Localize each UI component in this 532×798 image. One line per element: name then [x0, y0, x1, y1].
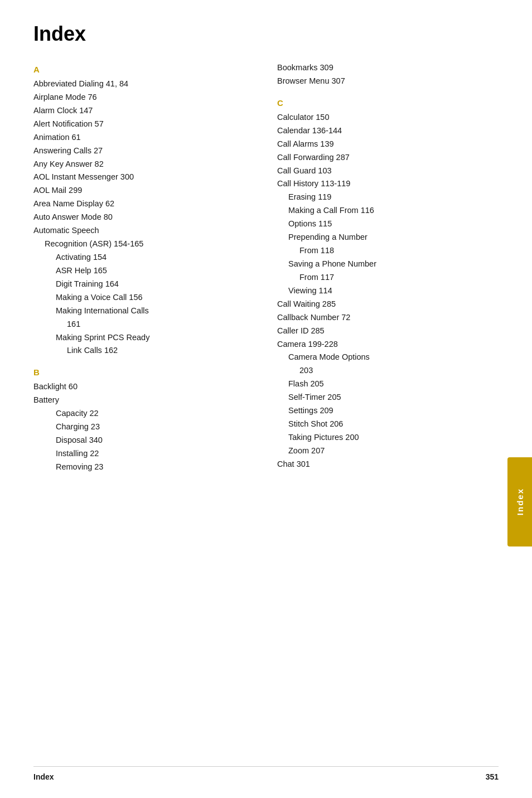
- page-title: Index: [33, 22, 499, 46]
- index-entry: Installing 22: [33, 447, 255, 461]
- index-entry: Call History 113-119: [277, 177, 499, 191]
- index-entry: 203: [277, 364, 499, 378]
- section-letter-a: A: [33, 65, 255, 74]
- index-entry: Digit Training 164: [33, 278, 255, 291]
- index-entry: Any Key Answer 82: [33, 158, 255, 171]
- index-entry: From 118: [277, 244, 499, 258]
- index-entry: Area Name Display 62: [33, 197, 255, 211]
- index-entry: Saving a Phone Number: [277, 258, 499, 271]
- index-entry: Viewing 114: [277, 284, 499, 298]
- two-column-layout: AAbbreviated Dialing 41, 84Airplane Mode…: [33, 61, 499, 484]
- section-block-c: CCalculator 150Calendar 136-144Call Alar…: [277, 98, 499, 471]
- index-entry: Disposal 340: [33, 434, 255, 447]
- index-entry: Camera Mode Options: [277, 351, 499, 364]
- index-entry: Making International Calls: [33, 304, 255, 318]
- page-container: Index AAbbreviated Dialing 41, 84Airplan…: [0, 0, 532, 798]
- index-entry: Erasing 119: [277, 191, 499, 204]
- index-tab: Index: [507, 457, 532, 546]
- index-entry: AOL Mail 299: [33, 184, 255, 197]
- index-entry: Call Waiting 285: [277, 298, 499, 311]
- index-entry: Activating 154: [33, 251, 255, 264]
- footer-label: Index: [33, 772, 54, 781]
- index-entry: Caller ID 285: [277, 325, 499, 338]
- index-entry: Making a Voice Call 156: [33, 291, 255, 304]
- index-tab-label: Index: [515, 488, 525, 515]
- index-entry: Making a Call From 116: [277, 204, 499, 217]
- index-entry: Taking Pictures 200: [277, 431, 499, 444]
- index-entry: Removing 23: [33, 461, 255, 474]
- index-entry: Settings 209: [277, 404, 499, 418]
- index-entry: 161: [33, 318, 255, 331]
- top-entries-block: Bookmarks 309Browser Menu 307: [277, 61, 499, 88]
- index-entry: Charging 23: [33, 420, 255, 434]
- index-entry: Zoom 207: [277, 444, 499, 458]
- section-letter-c: C: [277, 98, 499, 108]
- index-entry: Options 115: [277, 217, 499, 231]
- section-letter-b: B: [33, 367, 255, 377]
- index-entry: Camera 199-228: [277, 338, 499, 351]
- index-entry: Call Guard 103: [277, 165, 499, 178]
- index-entry: Alarm Clock 147: [33, 104, 255, 118]
- index-entry: Abbreviated Dialing 41, 84: [33, 78, 255, 91]
- section-block-b: BBacklight 60BatteryCapacity 22Charging …: [33, 367, 255, 473]
- index-entry: Recognition (ASR) 154-165: [33, 238, 255, 251]
- index-entry: AOL Instant Messenger 300: [33, 171, 255, 184]
- index-entry: Browser Menu 307: [277, 75, 499, 88]
- index-entry: Self-Timer 205: [277, 391, 499, 404]
- left-column: AAbbreviated Dialing 41, 84Airplane Mode…: [33, 61, 255, 484]
- index-entry: Link Calls 162: [33, 344, 255, 357]
- page-footer: Index 351: [33, 766, 499, 781]
- index-entry: Callback Number 72: [277, 311, 499, 325]
- right-column: Bookmarks 309Browser Menu 307CCalculator…: [277, 61, 499, 484]
- index-entry: Calculator 150: [277, 111, 499, 124]
- index-entry: Call Forwarding 287: [277, 151, 499, 165]
- index-entry: Auto Answer Mode 80: [33, 211, 255, 224]
- index-entry: Alert Notification 57: [33, 118, 255, 131]
- index-entry: Animation 61: [33, 131, 255, 144]
- index-entry: Calendar 136-144: [277, 124, 499, 138]
- footer-page-number: 351: [486, 772, 499, 781]
- index-entry: Battery: [33, 394, 255, 407]
- index-entry: Making Sprint PCS Ready: [33, 331, 255, 345]
- index-entry: Chat 301: [277, 458, 499, 471]
- index-entry: Prepending a Number: [277, 231, 499, 244]
- index-entry: Answering Calls 27: [33, 144, 255, 158]
- index-entry: Call Alarms 139: [277, 138, 499, 151]
- section-block-a: AAbbreviated Dialing 41, 84Airplane Mode…: [33, 65, 255, 357]
- index-entry: Capacity 22: [33, 407, 255, 420]
- index-entry: ASR Help 165: [33, 264, 255, 278]
- index-entry: Automatic Speech: [33, 224, 255, 238]
- index-entry: Backlight 60: [33, 380, 255, 394]
- index-entry: Airplane Mode 76: [33, 91, 255, 104]
- index-entry: From 117: [277, 271, 499, 284]
- index-entry: Flash 205: [277, 378, 499, 391]
- index-entry: Stitch Shot 206: [277, 418, 499, 431]
- index-entry: Bookmarks 309: [277, 61, 499, 75]
